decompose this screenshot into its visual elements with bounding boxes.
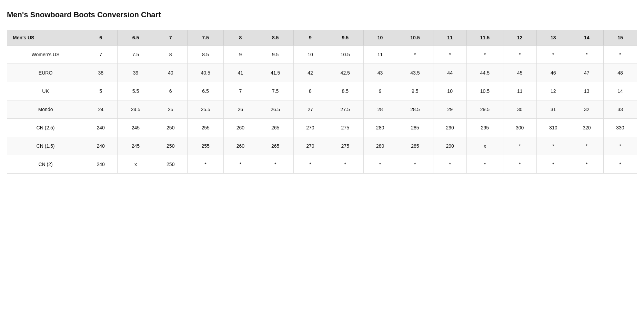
row-cell: 275 <box>327 119 363 137</box>
header-size-cell: 11.5 <box>467 30 503 46</box>
row-cell: 25 <box>154 100 187 119</box>
row-cell: 26.5 <box>257 100 294 119</box>
row-cell: 255 <box>187 137 224 155</box>
header-size-cell: 8.5 <box>257 30 294 46</box>
header-size-cell: 14 <box>570 30 603 46</box>
row-cell: 10 <box>293 46 327 64</box>
row-cell: 6 <box>154 82 187 100</box>
row-cell: 250 <box>154 155 187 174</box>
row-cell: 41 <box>224 64 257 82</box>
row-cell: 43 <box>363 64 397 82</box>
row-cell: 12 <box>536 82 570 100</box>
row-cell: 300 <box>503 119 536 137</box>
header-size-cell: 8 <box>224 30 257 46</box>
row-cell: 8 <box>154 46 187 64</box>
row-cell: 45 <box>503 64 536 82</box>
header-size-cell: 6 <box>84 30 118 46</box>
row-cell: * <box>603 137 637 155</box>
table-body: Women's US77.588.599.51010.511*******EUR… <box>7 46 637 174</box>
row-cell: * <box>503 46 536 64</box>
row-cell: 10.5 <box>327 46 363 64</box>
table-row: CN (1.5)24024525025526026527027528028529… <box>7 137 637 155</box>
row-cell: * <box>433 155 467 174</box>
row-cell: 260 <box>224 119 257 137</box>
row-label: Women's US <box>7 46 84 64</box>
row-cell: 32 <box>570 100 603 119</box>
row-cell: 265 <box>257 119 294 137</box>
row-cell: 14 <box>603 82 637 100</box>
row-cell: 290 <box>433 119 467 137</box>
row-cell: 31 <box>536 100 570 119</box>
row-cell: * <box>397 46 433 64</box>
row-cell: 5.5 <box>118 82 154 100</box>
row-cell: * <box>397 155 433 174</box>
table-row: UK55.566.577.588.599.51010.511121314 <box>7 82 637 100</box>
row-cell: 42 <box>293 64 327 82</box>
row-cell: * <box>187 155 224 174</box>
header-size-cell: 11 <box>433 30 467 46</box>
row-cell: * <box>433 46 467 64</box>
row-cell: * <box>293 155 327 174</box>
row-cell: 29.5 <box>467 100 503 119</box>
header-size-cell: 6.5 <box>118 30 154 46</box>
row-cell: * <box>467 46 503 64</box>
row-cell: 7 <box>84 46 118 64</box>
row-cell: 9 <box>224 46 257 64</box>
row-cell: * <box>503 137 536 155</box>
row-cell: 9.5 <box>257 46 294 64</box>
row-cell: 27 <box>293 100 327 119</box>
row-cell: 240 <box>84 137 118 155</box>
row-label: CN (2) <box>7 155 84 174</box>
row-label: CN (1.5) <box>7 137 84 155</box>
row-cell: 11 <box>363 46 397 64</box>
row-cell: 26 <box>224 100 257 119</box>
row-cell: 285 <box>397 119 433 137</box>
row-cell: 43.5 <box>397 64 433 82</box>
header-size-cell: 9 <box>293 30 327 46</box>
header-size-cell: 9.5 <box>327 30 363 46</box>
row-cell: 295 <box>467 119 503 137</box>
row-cell: 9.5 <box>397 82 433 100</box>
row-cell: 27.5 <box>327 100 363 119</box>
row-cell: 265 <box>257 137 294 155</box>
row-label: CN (2.5) <box>7 119 84 137</box>
table-row: CN (2.5)24024525025526026527027528028529… <box>7 119 637 137</box>
row-cell: 7.5 <box>257 82 294 100</box>
row-cell: 11 <box>503 82 536 100</box>
row-cell: 46 <box>536 64 570 82</box>
row-cell: 320 <box>570 119 603 137</box>
row-cell: 10.5 <box>467 82 503 100</box>
row-cell: 6.5 <box>187 82 224 100</box>
conversion-table: Men's US 66.577.588.599.51010.51111.5121… <box>7 30 637 174</box>
row-cell: * <box>536 46 570 64</box>
row-cell: 245 <box>118 119 154 137</box>
row-cell: 44.5 <box>467 64 503 82</box>
row-cell: 8.5 <box>327 82 363 100</box>
row-cell: * <box>363 155 397 174</box>
row-cell: * <box>467 155 503 174</box>
row-cell: 255 <box>187 119 224 137</box>
row-cell: 44 <box>433 64 467 82</box>
row-cell: 9 <box>363 82 397 100</box>
row-cell: 330 <box>603 119 637 137</box>
row-cell: 13 <box>570 82 603 100</box>
table-row: Women's US77.588.599.51010.511******* <box>7 46 637 64</box>
row-cell: * <box>224 155 257 174</box>
row-cell: 250 <box>154 137 187 155</box>
row-cell: 240 <box>84 119 118 137</box>
row-cell: 290 <box>433 137 467 155</box>
row-label: UK <box>7 82 84 100</box>
row-cell: 285 <box>397 137 433 155</box>
row-cell: 24 <box>84 100 118 119</box>
row-cell: 5 <box>84 82 118 100</box>
row-cell: 33 <box>603 100 637 119</box>
header-size-cell: 12 <box>503 30 536 46</box>
table-row: CN (2)240x250************* <box>7 155 637 174</box>
header-size-cell: 15 <box>603 30 637 46</box>
row-cell: 39 <box>118 64 154 82</box>
row-cell: * <box>570 155 603 174</box>
table-header-row: Men's US 66.577.588.599.51010.51111.5121… <box>7 30 637 46</box>
row-cell: 10 <box>433 82 467 100</box>
page-title: Men's Snowboard Boots Conversion Chart <box>7 10 637 19</box>
row-cell: 38 <box>84 64 118 82</box>
